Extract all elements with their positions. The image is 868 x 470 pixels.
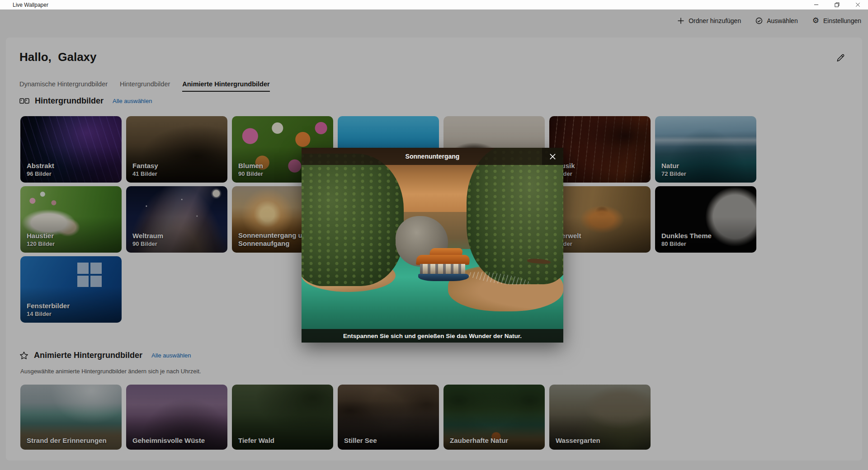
- dialog-caption: Entspannen Sie sich und genießen Sie das…: [343, 333, 522, 339]
- minimize-button[interactable]: [806, 0, 826, 9]
- restore-button[interactable]: [826, 0, 847, 9]
- scene-houseboat: [415, 248, 474, 285]
- dialog-close-button[interactable]: [542, 148, 563, 165]
- app-window: Live Wallpaper Ordner hinzufügen Auswähl…: [0, 0, 868, 470]
- dialog-header: Sonnenuntergang: [302, 148, 563, 165]
- minimize-icon: [814, 2, 819, 7]
- close-button[interactable]: [847, 0, 868, 9]
- preview-dialog: Sonnenuntergang Entspannen Sie sich und …: [302, 148, 563, 343]
- close-icon: [855, 2, 860, 7]
- scene-cliff-right: [467, 148, 563, 284]
- dialog-title: Sonnenuntergang: [406, 153, 460, 160]
- window-title: Live Wallpaper: [13, 2, 48, 8]
- restore-icon: [835, 2, 840, 7]
- close-icon: [549, 153, 556, 160]
- scene-cliff-left: [302, 154, 404, 286]
- dialog-footer: Entspannen Sie sich und genießen Sie das…: [302, 329, 563, 343]
- preview-image: [302, 148, 563, 343]
- window-controls: [806, 0, 868, 9]
- titlebar: Live Wallpaper: [0, 0, 868, 9]
